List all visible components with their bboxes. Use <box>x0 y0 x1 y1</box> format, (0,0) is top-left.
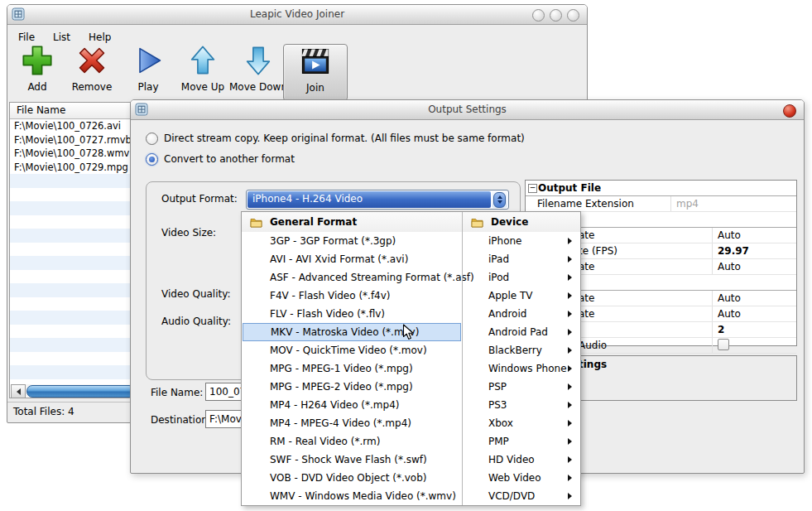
menu-item-blackberry[interactable]: BlackBerry <box>463 341 580 359</box>
menu-item-ipod[interactable]: iPod <box>463 268 580 287</box>
file-row[interactable]: F:\Movie\100_0726.avi <box>10 119 136 133</box>
empty-row[interactable] <box>10 352 136 366</box>
property-value[interactable] <box>712 338 796 353</box>
file-row[interactable]: F:\Movie\100_0727.rmvb <box>10 133 136 147</box>
menu-item-vob[interactable]: VOB - DVD Video Object (*.vob) <box>242 469 462 487</box>
menu-section-title: General Format <box>270 216 357 228</box>
dialog-titlebar[interactable]: Output Settings <box>131 100 804 120</box>
menu-item-android[interactable]: Android Pad <box>463 323 580 341</box>
toolbar-button-move-down[interactable]: Move Down <box>227 44 290 93</box>
menu-item-apple[interactable]: Apple TV <box>463 287 580 305</box>
property-value[interactable]: Auto <box>712 306 796 321</box>
empty-row[interactable] <box>10 297 136 311</box>
property-value[interactable]: 29.97 <box>712 243 796 258</box>
close-button[interactable] <box>783 104 796 118</box>
destination-label: Destination: <box>151 414 211 426</box>
menu-item-mov[interactable]: MOV - QuickTime Video (*.mov) <box>242 341 462 359</box>
empty-row[interactable] <box>10 338 136 352</box>
scrollbar-thumb[interactable] <box>26 385 135 398</box>
output-format-label: Output Format: <box>161 193 238 205</box>
property-value[interactable]: mp4 <box>670 196 796 211</box>
menu-item-vcddvd[interactable]: VCD/DVD <box>463 487 580 505</box>
property-value[interactable]: Auto <box>712 291 796 306</box>
checkbox[interactable] <box>718 339 729 350</box>
toolbar-button-label: Move Down <box>227 81 290 93</box>
window-control-button[interactable] <box>567 9 579 22</box>
horizontal-scrollbar[interactable] <box>11 384 135 397</box>
file-list-header[interactable]: File Name <box>10 103 136 119</box>
menu-item-f4v[interactable]: F4V - Flash Video (*.f4v) <box>242 287 462 305</box>
property-value[interactable]: Auto <box>712 259 796 274</box>
main-titlebar[interactable]: Leapic Video Joiner <box>7 5 587 25</box>
menu-item-mpg[interactable]: MPG - MPEG-1 Video (*.mpg) <box>242 359 462 378</box>
menu-item-xbox[interactable]: Xbox <box>463 414 580 432</box>
menu-item-list[interactable]: List <box>50 30 73 45</box>
menu-item-wmv[interactable]: WMV - Windows Media Video (*.wmv) <box>242 487 462 505</box>
menu-item-mpg[interactable]: MPG - MPEG-2 Video (*.mpg) <box>242 378 462 396</box>
toolbar-button-move-up[interactable]: Move Up <box>171 44 234 93</box>
menu-item-swf[interactable]: SWF - Shock Wave Flash (*.swf) <box>242 451 462 469</box>
empty-row[interactable] <box>10 365 136 379</box>
submenu-arrow-icon <box>568 383 572 390</box>
menu-item-ipad[interactable]: iPad <box>463 250 580 268</box>
radio-direct-stream[interactable]: Direct stream copy. Keep original format… <box>146 131 525 146</box>
menu-item-mp4[interactable]: MP4 - H264 Video (*.mp4) <box>242 396 462 414</box>
menu-item-psp[interactable]: PSP <box>463 378 580 396</box>
menu-item-ps3[interactable]: PS3 <box>463 396 580 414</box>
menu-item-flv[interactable]: FLV - Flash Video (*.flv) <box>242 305 462 323</box>
menu-item-help[interactable]: Help <box>86 30 113 45</box>
toolbar-button-add[interactable]: Add <box>6 44 69 93</box>
toolbar-button-label: Play <box>117 81 180 93</box>
combobox-dropdown-button[interactable] <box>492 191 507 208</box>
menu-bar: FileListHelp <box>16 30 113 45</box>
combobox-value[interactable]: iPhone4 - H.264 Video <box>247 191 491 208</box>
scroll-left-arrow[interactable] <box>11 384 26 398</box>
radio-icon[interactable] <box>146 133 158 145</box>
play-icon <box>132 68 165 80</box>
toolbar-button-play[interactable]: Play <box>117 44 180 93</box>
menu-item-rm[interactable]: RM - Real Video (*.rm) <box>242 432 462 451</box>
property-row[interactable]: Filename Extensionmp4 <box>526 196 796 212</box>
window-control-button[interactable] <box>532 9 545 22</box>
menu-item-web[interactable]: Web Video <box>463 469 580 487</box>
file-row[interactable]: F:\Movie\100_0728.wmv <box>10 147 136 161</box>
empty-row[interactable] <box>10 229 136 243</box>
empty-row[interactable] <box>10 311 136 325</box>
menu-item-mkv[interactable]: MKV - Matroska Video (*.mkv) <box>243 323 461 341</box>
window-control-button[interactable] <box>550 9 562 22</box>
toolbar-button-remove[interactable]: Remove <box>60 44 123 93</box>
menu-item-file[interactable]: File <box>16 30 37 45</box>
submenu-arrow-icon <box>568 311 572 317</box>
menu-item-android[interactable]: Android <box>463 305 580 323</box>
empty-row[interactable] <box>10 283 136 297</box>
move-up-icon <box>186 68 219 80</box>
menu-item-avi[interactable]: AVI - AVI Xvid Format (*.avi) <box>242 250 462 268</box>
output-format-combobox[interactable]: iPhone4 - H.264 Video <box>246 190 509 210</box>
empty-row[interactable] <box>10 325 136 339</box>
menu-item-mp4[interactable]: MP4 - MPEG-4 Video (*.mp4) <box>242 414 462 432</box>
menu-item-pmp[interactable]: PMP <box>463 432 580 451</box>
video-quality-label: Video Quality: <box>161 288 230 300</box>
empty-row[interactable] <box>10 174 136 188</box>
property-value[interactable]: 2 <box>712 322 796 337</box>
empty-row[interactable] <box>10 188 136 202</box>
file-row[interactable]: F:\Movie\100_0729.mpg <box>10 161 136 175</box>
menu-item-3gp[interactable]: 3GP - 3GP Format (*.3gp) <box>242 232 462 250</box>
menu-item-hd[interactable]: HD Video <box>463 451 580 469</box>
property-value[interactable]: Auto <box>712 228 796 243</box>
empty-row[interactable] <box>10 201 136 215</box>
menu-item-windows[interactable]: Windows Phone <box>463 359 580 378</box>
menu-item-iphone[interactable]: iPhone <box>463 232 580 250</box>
toolbar-button-join[interactable]: Join <box>283 44 348 101</box>
empty-row[interactable] <box>10 270 136 284</box>
empty-row[interactable] <box>10 256 136 270</box>
menu-item-asf[interactable]: ASF - Advanced Streaming Format (*.asf) <box>242 268 462 287</box>
empty-row[interactable] <box>10 243 136 257</box>
radio-icon[interactable] <box>146 153 158 166</box>
radio-convert-format[interactable]: Convert to another format <box>146 152 295 166</box>
collapse-expander-icon[interactable]: − <box>528 184 537 193</box>
empty-row[interactable] <box>10 215 136 229</box>
property-group-row[interactable]: −Output File <box>526 181 796 196</box>
submenu-arrow-icon <box>568 493 572 499</box>
submenu-arrow-icon <box>568 420 572 427</box>
